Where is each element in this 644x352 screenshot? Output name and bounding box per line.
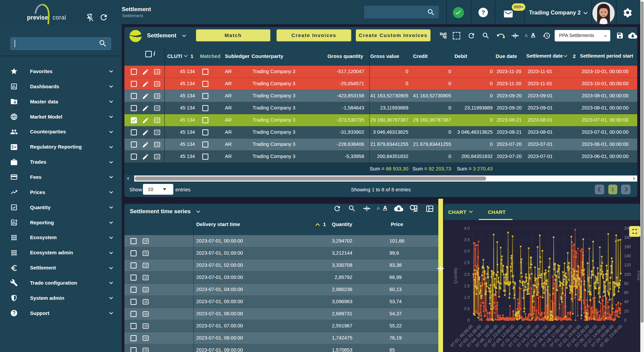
svg-text:2.0: 2.0: [464, 272, 470, 277]
svg-text:0: 0: [467, 318, 470, 323]
svg-text:1.0: 1.0: [464, 295, 470, 300]
svg-text:120: 120: [624, 263, 631, 267]
svg-text:Price: Price: [636, 270, 640, 281]
svg-text:100: 100: [624, 272, 631, 277]
svg-text:60: 60: [624, 290, 629, 295]
svg-text:0: 0: [624, 318, 626, 323]
svg-text:Quantity: Quantity: [453, 267, 458, 284]
svg-text:3.5: 3.5: [464, 237, 470, 242]
svg-text:80: 80: [624, 281, 629, 286]
svg-text:1.5: 1.5: [464, 284, 470, 288]
svg-text:0.5: 0.5: [464, 307, 470, 311]
svg-text:2.5: 2.5: [464, 260, 470, 265]
svg-text:4.0: 4.0: [464, 226, 470, 231]
svg-text:3.0: 3.0: [464, 249, 470, 254]
svg-text:20: 20: [624, 309, 629, 314]
svg-text:160: 160: [624, 245, 631, 249]
svg-text:40: 40: [624, 299, 629, 304]
svg-text:140: 140: [624, 254, 631, 258]
